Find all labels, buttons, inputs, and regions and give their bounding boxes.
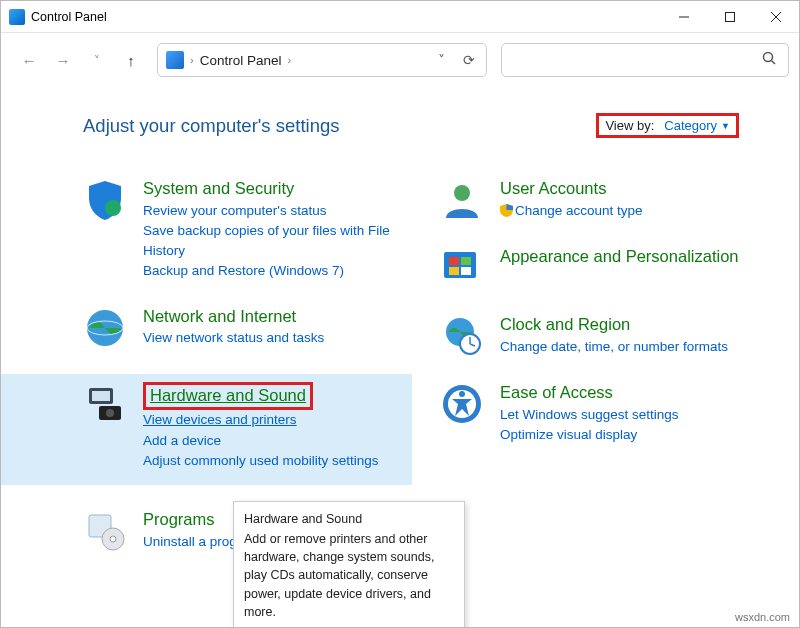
highlight-box: Hardware and Sound (143, 382, 313, 411)
svg-rect-10 (92, 391, 110, 401)
category-clock-region[interactable]: Clock and Region Change date, time, or n… (440, 314, 769, 358)
svg-rect-1 (726, 12, 735, 21)
category-title[interactable]: System and Security (143, 178, 412, 199)
maximize-button[interactable] (707, 1, 753, 33)
search-input[interactable] (501, 43, 789, 77)
category-network-internet[interactable]: Network and Internet View network status… (83, 306, 412, 350)
view-by-value: Category (664, 118, 717, 133)
category-link[interactable]: Backup and Restore (Windows 7) (143, 261, 412, 281)
category-user-accounts[interactable]: User Accounts Change account type (440, 178, 769, 222)
recent-chevron[interactable]: ˅ (83, 46, 111, 74)
svg-point-28 (459, 391, 465, 397)
category-hardware-sound-row: Hardware and Sound View devices and prin… (1, 374, 412, 485)
minimize-icon (679, 12, 689, 22)
category-link[interactable]: Review your computer's status (143, 201, 412, 221)
svg-point-12 (106, 409, 114, 417)
category-link[interactable]: View network status and tasks (143, 328, 412, 348)
category-link[interactable]: Change account type (500, 201, 769, 221)
maximize-icon (725, 12, 735, 22)
svg-rect-18 (449, 257, 459, 265)
category-link[interactable]: Add a device (143, 431, 412, 451)
search-icon (762, 51, 776, 69)
globe-icon (83, 306, 127, 350)
clock-icon (440, 314, 484, 358)
category-title[interactable]: User Accounts (500, 178, 769, 199)
window-title: Control Panel (31, 10, 107, 24)
tooltip-body: Add or remove printers and other hardwar… (244, 530, 454, 621)
svg-rect-17 (444, 252, 476, 278)
app-icon (9, 9, 25, 25)
category-link[interactable]: Let Windows suggest settings (500, 405, 769, 425)
category-link[interactable]: Adjust commonly used mobility settings (143, 451, 412, 471)
svg-line-5 (772, 61, 776, 65)
address-icon (166, 51, 184, 69)
appearance-icon (440, 246, 484, 290)
control-panel-window: Control Panel ← → ˅ ↑ › Control Panel › … (0, 0, 800, 628)
view-by-label: View by: (605, 118, 654, 133)
address-dropdown[interactable]: ˅ (430, 52, 452, 68)
address-text: Control Panel (200, 53, 282, 68)
page-heading: Adjust your computer's settings (83, 115, 339, 137)
address-bar[interactable]: › Control Panel › ˅ ⟳ (157, 43, 487, 77)
right-column: User Accounts Change account type Appear (440, 178, 769, 553)
svg-point-15 (110, 536, 116, 542)
category-link[interactable]: Save backup copies of your files with Fi… (143, 221, 412, 262)
category-link[interactable]: View devices and printers (143, 410, 412, 430)
category-system-security[interactable]: System and Security Review your computer… (83, 178, 412, 282)
refresh-button[interactable]: ⟳ (458, 52, 480, 68)
svg-rect-21 (461, 267, 471, 275)
tooltip: Hardware and Sound Add or remove printer… (233, 501, 465, 627)
category-title[interactable]: Network and Internet (143, 306, 412, 327)
ease-icon (440, 382, 484, 426)
content-area: Adjust your computer's settings View by:… (1, 85, 799, 627)
titlebar: Control Panel (1, 1, 799, 33)
category-title[interactable]: Appearance and Personalization (500, 246, 769, 267)
close-icon (771, 12, 781, 22)
programs-icon (83, 509, 127, 553)
category-link[interactable]: Optimize visual display (500, 425, 769, 445)
category-title[interactable]: Clock and Region (500, 314, 769, 335)
back-button[interactable]: ← (15, 46, 43, 74)
chevron-down-icon: ▼ (721, 121, 730, 131)
navbar: ← → ˅ ↑ › Control Panel › ˅ ⟳ (1, 33, 799, 85)
category-ease-of-access[interactable]: Ease of Access Let Windows suggest setti… (440, 382, 769, 445)
category-title[interactable]: Ease of Access (500, 382, 769, 403)
svg-rect-19 (461, 257, 471, 265)
up-button[interactable]: ↑ (117, 46, 145, 74)
forward-button[interactable]: → (49, 46, 77, 74)
close-button[interactable] (753, 1, 799, 33)
view-by-dropdown[interactable]: View by: Category ▼ (596, 113, 739, 138)
chevron-right-icon: › (287, 54, 291, 66)
devices-icon (83, 382, 127, 426)
category-hardware-sound[interactable]: Hardware and Sound View devices and prin… (83, 382, 412, 471)
uac-shield-icon (500, 204, 513, 217)
user-icon (440, 178, 484, 222)
svg-point-4 (764, 53, 773, 62)
tooltip-title: Hardware and Sound (244, 510, 454, 528)
left-column: System and Security Review your computer… (83, 178, 412, 553)
chevron-right-icon: › (190, 54, 194, 66)
svg-rect-20 (449, 267, 459, 275)
svg-point-6 (105, 200, 121, 216)
category-appearance[interactable]: Appearance and Personalization (440, 246, 769, 290)
minimize-button[interactable] (661, 1, 707, 33)
svg-point-16 (454, 185, 470, 201)
watermark: wsxdn.com (732, 611, 793, 623)
shield-icon (83, 178, 127, 222)
category-title[interactable]: Hardware and Sound (150, 385, 306, 406)
category-link[interactable]: Change date, time, or number formats (500, 337, 769, 357)
